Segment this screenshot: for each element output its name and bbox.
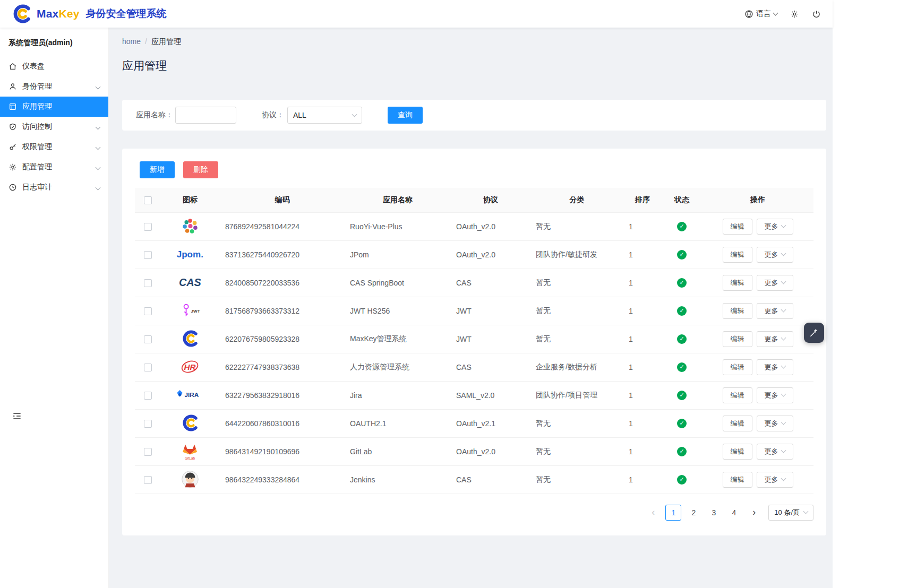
edit-button[interactable]: 编辑 <box>723 303 752 319</box>
more-button[interactable]: 更多 <box>757 275 793 291</box>
app-protocol: JWT <box>451 325 530 353</box>
app-protocol: JWT <box>451 297 530 325</box>
row-checkbox[interactable] <box>144 448 152 456</box>
main-content: home/应用管理 应用管理 应用名称： 协议： ALL 查询 新增 删除 <box>109 28 833 588</box>
more-button[interactable]: 更多 <box>757 472 793 488</box>
edit-button[interactable]: 编辑 <box>723 387 752 403</box>
app-sort: 1 <box>623 409 662 437</box>
logout-power-icon[interactable] <box>812 10 821 19</box>
language-menu[interactable]: 语言 <box>744 9 777 19</box>
chevron-down-icon <box>781 364 786 369</box>
jwt-icon: JWT <box>175 300 205 321</box>
chevron-down-icon <box>781 335 786 341</box>
pagination-next-button[interactable]: › <box>746 505 762 521</box>
app-name: Jira <box>345 381 451 409</box>
page-title: 应用管理 <box>122 58 826 73</box>
hr-icon: HR <box>178 357 201 377</box>
edit-button[interactable]: 编辑 <box>723 219 752 235</box>
table-row: JIRA632279563832918016JiraSAML_v2.0团队协作/… <box>135 381 813 409</box>
app-category: 暂无 <box>530 465 623 494</box>
chevron-down-icon <box>781 223 786 228</box>
pagination-page-2[interactable]: 2 <box>686 505 701 521</box>
apps-table: 图标编码应用名称协议分类排序状态操作 876892492581044224Ruo… <box>135 188 813 494</box>
more-button[interactable]: 更多 <box>757 219 793 235</box>
pagination-prev-button[interactable]: ‹ <box>645 505 661 521</box>
more-button[interactable]: 更多 <box>757 444 793 460</box>
sidebar-item-config[interactable]: 配置管理 <box>0 157 108 177</box>
delete-button[interactable]: 删除 <box>183 161 218 178</box>
pagination: ‹1234›10 条/页 <box>135 505 813 521</box>
pagination-page-3[interactable]: 3 <box>706 505 722 521</box>
breadcrumb-home-link[interactable]: home <box>122 37 141 46</box>
chevron-down-icon <box>781 448 786 453</box>
sidebar-item-access[interactable]: 访问控制 <box>0 117 108 137</box>
top-bar: MaxKey 身份安全管理系统 语言 <box>0 0 833 28</box>
sidebar-item-dashboard[interactable]: 仪表盘 <box>0 56 108 76</box>
select-all-checkbox[interactable] <box>144 196 152 204</box>
status-enabled-icon: ✓ <box>677 222 687 231</box>
row-checkbox[interactable] <box>144 279 152 287</box>
more-button[interactable]: 更多 <box>757 387 793 403</box>
edit-button[interactable]: 编辑 <box>723 247 752 263</box>
column-header-8: 操作 <box>702 188 813 212</box>
floating-screenshot-tool-button[interactable] <box>804 323 824 343</box>
app-category: 企业服务/数据分析 <box>530 353 623 381</box>
edit-button[interactable]: 编辑 <box>723 472 752 488</box>
sidebar-item-apps[interactable]: 应用管理 <box>0 97 108 117</box>
brand-name: MaxKey <box>37 7 80 20</box>
settings-gear-icon[interactable] <box>790 10 799 19</box>
row-checkbox[interactable] <box>144 392 152 400</box>
edit-button[interactable]: 编辑 <box>723 359 752 375</box>
chevron-down-icon <box>96 84 101 89</box>
table-row: CAS824008507220033536CAS SpringBootCAS暂无… <box>135 269 813 297</box>
app-code: 837136275440926720 <box>220 240 345 269</box>
edit-button[interactable]: 编辑 <box>723 275 752 291</box>
status-enabled-icon: ✓ <box>677 447 687 456</box>
sidebar-item-permission[interactable]: 权限管理 <box>0 137 108 157</box>
more-button[interactable]: 更多 <box>757 303 793 319</box>
row-checkbox[interactable] <box>144 335 152 343</box>
more-button[interactable]: 更多 <box>757 331 793 347</box>
row-checkbox[interactable] <box>144 420 152 428</box>
sidebar-item-identity[interactable]: 身份管理 <box>0 76 108 97</box>
apps-icon <box>8 102 17 111</box>
row-checkbox[interactable] <box>144 476 152 484</box>
app-sort: 1 <box>623 269 662 297</box>
row-checkbox[interactable] <box>144 307 152 315</box>
row-checkbox[interactable] <box>144 251 152 259</box>
more-button[interactable]: 更多 <box>757 359 793 375</box>
protocol-filter-select[interactable]: ALL <box>287 107 362 124</box>
edit-button[interactable]: 编辑 <box>723 331 752 347</box>
more-button[interactable]: 更多 <box>757 247 793 263</box>
more-button[interactable]: 更多 <box>757 416 793 431</box>
status-enabled-icon: ✓ <box>677 419 687 428</box>
table-toolbar: 新增 删除 <box>135 161 813 178</box>
brand-name-key: Key <box>58 7 79 20</box>
pagination-page-4[interactable]: 4 <box>726 505 742 521</box>
pagination-page-1[interactable]: 1 <box>665 505 681 521</box>
chevron-down-icon <box>96 124 101 129</box>
app-name: MaxKey管理系统 <box>345 325 451 353</box>
edit-button[interactable]: 编辑 <box>723 444 752 460</box>
app-category: 暂无 <box>530 409 623 437</box>
app-name: OAUTH2.1 <box>345 409 451 437</box>
search-button[interactable]: 查询 <box>388 107 423 124</box>
breadcrumb: home/应用管理 <box>122 37 826 47</box>
status-enabled-icon: ✓ <box>677 278 687 288</box>
row-checkbox[interactable] <box>144 223 152 231</box>
status-enabled-icon: ✓ <box>677 306 687 316</box>
app-category: 团队协作/敏捷研发 <box>530 240 623 269</box>
edit-button[interactable]: 编辑 <box>723 416 752 431</box>
row-checkbox[interactable] <box>144 364 152 371</box>
app-protocol: OAuth_v2.0 <box>451 437 530 465</box>
column-header-2: 编码 <box>220 188 345 212</box>
sidebar-collapse-button[interactable] <box>12 411 22 423</box>
app-code: 644220607860310016 <box>220 409 345 437</box>
config-icon <box>8 163 17 171</box>
sidebar-item-audit[interactable]: 日志审计 <box>0 177 108 197</box>
app-name-filter-input[interactable] <box>175 107 236 124</box>
app-category: 暂无 <box>530 437 623 465</box>
access-icon <box>8 123 17 131</box>
page-size-select[interactable]: 10 条/页 <box>768 505 813 521</box>
add-button[interactable]: 新增 <box>140 161 175 178</box>
